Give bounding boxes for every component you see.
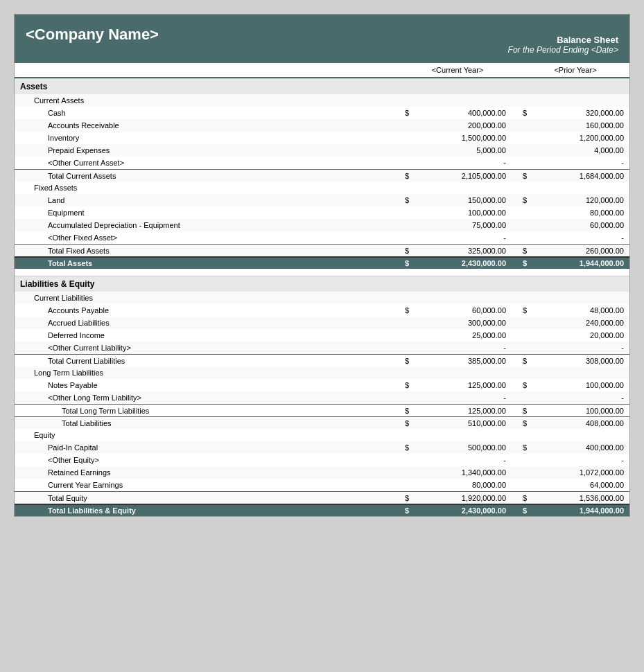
lt-liab-label-row: Long Term Liabilities: [15, 366, 629, 379]
prepaid-current: 5,000.00: [409, 146, 506, 154]
total-assets-prior: 1,944,000.00: [527, 259, 624, 267]
deferred-income-row: Deferred Income 25,000.00 20,000.00: [15, 329, 629, 342]
retained-earnings-current: 1,340,000.00: [409, 468, 506, 477]
report-title: Balance Sheet: [508, 35, 618, 45]
land-label: Land: [20, 196, 354, 204]
total-equity-current: 1,920,000.00: [409, 494, 506, 502]
total-equity-label: Total Equity: [20, 494, 354, 502]
ap-label: Accounts Payable: [20, 306, 354, 315]
ap-current: 60,000.00: [409, 306, 506, 315]
accrued-liab-prior: 240,000.00: [527, 319, 624, 327]
retained-earnings-label: Retained Earnings: [20, 468, 354, 477]
inventory-label: Inventory: [20, 134, 354, 142]
prepaid-row: Prepaid Expenses 5,000.00 4,000.00: [15, 144, 629, 157]
accrued-liab-label: Accrued Liabilities: [20, 319, 354, 327]
total-assets-dollar: $: [354, 259, 409, 267]
notes-payable-current: 125,000.00: [409, 381, 506, 389]
current-liab-label-row: Current Liabilities: [15, 292, 629, 304]
ap-row: Accounts Payable $ 60,000.00 $ 48,000.00: [15, 304, 629, 317]
accrued-liab-current: 300,000.00: [409, 319, 506, 327]
total-lt-prior: 100,000.00: [527, 407, 624, 415]
land-prior-dollar: $: [506, 196, 527, 204]
paid-in-capital-current: 500,000.00: [409, 443, 506, 452]
inventory-prior: 1,200,000.00: [527, 134, 624, 142]
accum-depr-row: Accumulated Depreciation - Equipment 75,…: [15, 219, 629, 231]
total-assets-prior-dollar: $: [506, 259, 527, 267]
prior-year-header: <Prior Year>: [527, 66, 624, 74]
deferred-income-prior: 20,000.00: [527, 331, 624, 339]
report-subtitle: For the Period Ending <Date>: [508, 45, 618, 55]
current-year-header: <Current Year>: [409, 66, 506, 74]
other-equity-prior: -: [527, 456, 624, 464]
other-lt-prior: -: [527, 394, 624, 402]
other-fa-current: -: [409, 233, 506, 242]
current-year-earnings-current: 80,000.00: [409, 481, 506, 489]
accum-depr-prior: 60,000.00: [527, 221, 624, 229]
total-ca-prior: 1,684,000.00: [527, 172, 624, 180]
equipment-prior: 80,000.00: [527, 209, 624, 217]
other-cl-prior: -: [527, 344, 624, 352]
cash-label: Cash: [20, 109, 354, 117]
prepaid-label: Prepaid Expenses: [20, 146, 354, 154]
inventory-row: Inventory 1,500,000.00 1,200,000.00: [15, 132, 629, 144]
ar-prior: 160,000.00: [527, 121, 624, 130]
total-cl-label: Total Current Liabilities: [20, 357, 354, 365]
current-year-earnings-prior: 64,000.00: [527, 481, 624, 489]
other-lt-current: -: [409, 394, 506, 402]
total-liab-current: 510,000.00: [409, 419, 506, 427]
total-equity-row: Total Equity $ 1,920,000.00 $ 1,536,000.…: [15, 491, 629, 504]
total-cl-row: Total Current Liabilities $ 385,000.00 $…: [15, 354, 629, 366]
other-lt-label: <Other Long Term Liability>: [20, 394, 354, 402]
equity-label: Equity: [20, 431, 354, 439]
total-assets-current: 2,430,000.00: [409, 259, 506, 267]
total-ca-row: Total Current Assets $ 2,105,000.00 $ 1,…: [15, 169, 629, 182]
notes-payable-dollar: $: [354, 381, 409, 389]
total-equity-prior: 1,536,000.00: [527, 494, 624, 502]
total-equity-prior-dollar: $: [506, 494, 527, 502]
cash-prior-dollar: $: [506, 109, 527, 117]
total-cl-dollar: $: [354, 357, 409, 365]
paid-in-capital-prior-dollar: $: [506, 443, 527, 452]
total-fa-prior: 260,000.00: [527, 247, 624, 255]
total-fa-current: 325,000.00: [409, 247, 506, 255]
retained-earnings-prior: 1,072,000.00: [527, 468, 624, 477]
total-fa-dollar: $: [354, 247, 409, 255]
paid-in-capital-dollar: $: [354, 443, 409, 452]
deferred-income-current: 25,000.00: [409, 331, 506, 339]
other-fa-row: <Other Fixed Asset> - -: [15, 231, 629, 244]
deferred-income-label: Deferred Income: [20, 331, 354, 339]
total-lt-dollar: $: [354, 407, 409, 415]
other-fa-prior: -: [527, 233, 624, 242]
cash-prior: 320,000.00: [527, 109, 624, 117]
fixed-assets-label-row: Fixed Assets: [15, 182, 629, 194]
total-ca-label: Total Current Assets: [20, 172, 354, 180]
land-dollar: $: [354, 196, 409, 204]
current-year-earnings-label: Current Year Earnings: [20, 481, 354, 489]
equity-label-row: Equity: [15, 429, 629, 441]
total-liab-dollar: $: [354, 419, 409, 427]
equipment-row: Equipment 100,000.00 80,000.00: [15, 206, 629, 219]
total-lt-row: Total Long Term Liabilities $ 125,000.00…: [15, 404, 629, 416]
ap-dollar: $: [354, 306, 409, 315]
column-headers: <Current Year> <Prior Year>: [15, 63, 629, 78]
land-prior: 120,000.00: [527, 196, 624, 204]
lt-liab-label: Long Term Liabilities: [20, 369, 354, 377]
company-name: <Company Name>: [26, 23, 159, 44]
equipment-current: 100,000.00: [409, 209, 506, 217]
fixed-assets-label: Fixed Assets: [20, 184, 354, 192]
accrued-liab-row: Accrued Liabilities 300,000.00 240,000.0…: [15, 317, 629, 329]
paid-in-capital-prior: 400,000.00: [527, 443, 624, 452]
label-col-header: [20, 66, 354, 74]
other-equity-current: -: [409, 456, 506, 464]
land-current: 150,000.00: [409, 196, 506, 204]
other-cl-current: -: [409, 344, 506, 352]
grand-total-dollar: $: [354, 506, 409, 515]
other-ca-label: <Other Current Asset>: [20, 159, 354, 167]
total-cl-current: 385,000.00: [409, 357, 506, 365]
current-year-earnings-row: Current Year Earnings 80,000.00 64,000.0…: [15, 479, 629, 491]
cash-dollar: $: [354, 109, 409, 117]
total-cl-prior-dollar: $: [506, 357, 527, 365]
total-liab-row: Total Liabilities $ 510,000.00 $ 408,000…: [15, 416, 629, 429]
total-assets-row: Total Assets $ 2,430,000.00 $ 1,944,000.…: [15, 256, 629, 269]
current-liab-label: Current Liabilities: [20, 294, 354, 302]
